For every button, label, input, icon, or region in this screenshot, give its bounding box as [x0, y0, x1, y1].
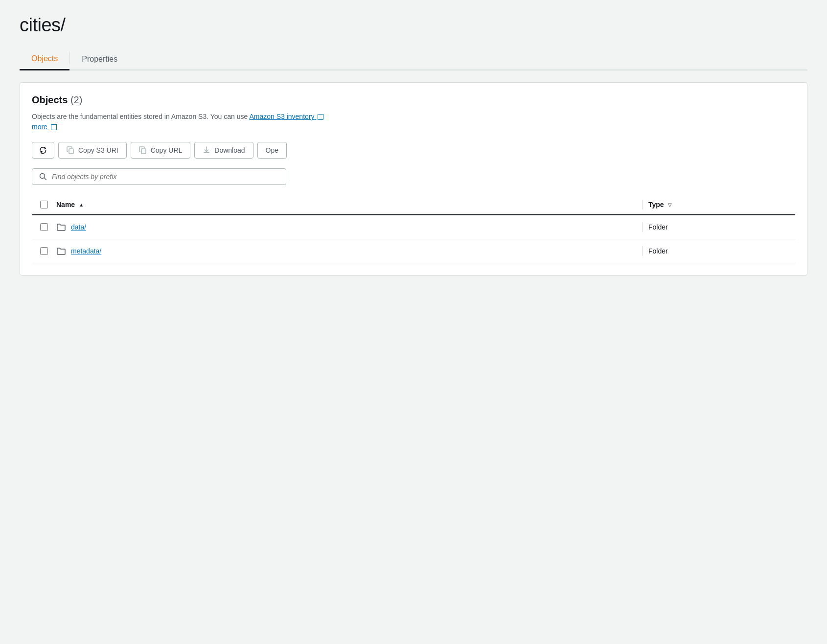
row-checkbox-cell-1 — [32, 223, 56, 231]
open-button[interactable]: Ope — [257, 142, 287, 159]
row-1-name-cell: data/ — [56, 222, 636, 232]
row-2-checkbox[interactable] — [40, 247, 48, 255]
table-header: Name ▲ Type ▽ — [32, 195, 795, 215]
svg-rect-1 — [141, 149, 146, 154]
row-divider-1 — [642, 222, 643, 232]
name-column-header[interactable]: Name ▲ — [56, 201, 636, 208]
copy-icon-2 — [139, 146, 147, 154]
row-1-checkbox[interactable] — [40, 223, 48, 231]
type-column-header[interactable]: Type ▽ — [648, 201, 795, 208]
objects-card: Objects (2) Objects are the fundamental … — [20, 82, 807, 276]
copy-s3-uri-button[interactable]: Copy S3 URI — [58, 142, 127, 159]
action-buttons: Copy S3 URI Copy URL — [32, 142, 795, 159]
s3-inventory-link[interactable]: Amazon S3 inventory — [249, 113, 323, 120]
download-button[interactable]: Download — [194, 142, 253, 159]
svg-rect-0 — [69, 149, 73, 154]
open-label: Ope — [266, 146, 278, 154]
tab-properties[interactable]: Properties — [70, 50, 129, 69]
row-2-type-cell: Folder — [648, 247, 795, 255]
more-link[interactable]: more — [32, 123, 57, 131]
card-description: Objects are the fundamental entities sto… — [32, 112, 795, 132]
header-checkbox-cell — [32, 201, 56, 208]
row-divider-2 — [642, 246, 643, 256]
refresh-icon — [39, 146, 47, 154]
refresh-button[interactable] — [32, 142, 54, 159]
folder-icon-2 — [56, 246, 66, 256]
copy-url-label: Copy URL — [151, 146, 183, 154]
data-folder-link[interactable]: data/ — [71, 223, 86, 231]
card-title: Objects (2) — [32, 94, 795, 106]
name-sort-asc-icon: ▲ — [79, 202, 84, 207]
search-container — [32, 168, 795, 185]
row-2-name-cell: metadata/ — [56, 246, 636, 256]
search-icon — [39, 173, 47, 181]
page-title: cities/ — [20, 15, 807, 36]
metadata-folder-link[interactable]: metadata/ — [71, 247, 101, 255]
copy-url-button[interactable]: Copy URL — [131, 142, 191, 159]
column-divider — [642, 200, 643, 209]
table-row: metadata/ Folder — [32, 239, 795, 263]
card-header: Objects (2) — [32, 94, 795, 106]
type-sort-desc-icon: ▽ — [668, 202, 672, 207]
download-icon — [203, 146, 210, 154]
row-1-type-cell: Folder — [648, 223, 795, 231]
row-checkbox-cell-2 — [32, 247, 56, 255]
copy-s3-uri-label: Copy S3 URI — [78, 146, 118, 154]
search-input-wrapper[interactable] — [32, 168, 286, 185]
table-row: data/ Folder — [32, 215, 795, 239]
external-link-icon — [318, 114, 323, 120]
tabs-bar: Objects Properties — [20, 49, 807, 70]
search-input[interactable] — [52, 173, 279, 181]
svg-rect-2 — [204, 152, 209, 153]
select-all-checkbox[interactable] — [40, 201, 48, 208]
copy-icon-1 — [67, 146, 74, 154]
tab-objects[interactable]: Objects — [20, 49, 69, 70]
external-link-icon-2 — [51, 124, 57, 130]
folder-icon-1 — [56, 222, 66, 232]
objects-table: Name ▲ Type ▽ — [32, 195, 795, 263]
download-label: Download — [214, 146, 245, 154]
